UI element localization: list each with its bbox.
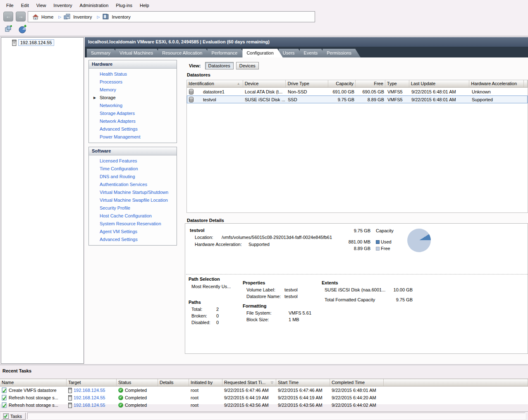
inventory-icon: [64, 14, 71, 20]
host-title: localhost.localdomain VMware ESXi, 6.0.0…: [88, 39, 270, 44]
menu-bar: File Edit View Inventory Administration …: [0, 0, 528, 10]
software-item-licensed-features[interactable]: Licensed Features: [89, 157, 177, 165]
column-header-type[interactable]: Type: [385, 80, 409, 87]
back-arrow-icon: ←: [6, 13, 11, 19]
add-host-icon[interactable]: [4, 25, 13, 34]
tab-permissions[interactable]: Permissions: [323, 49, 361, 57]
free-label: Free: [381, 246, 390, 251]
task-target-link[interactable]: 192.168.124.55: [74, 403, 105, 408]
used-legend-swatch: [376, 240, 380, 244]
recent-tasks-title: Recent Tasks: [2, 368, 31, 373]
breadcrumb-home[interactable]: Home: [41, 14, 56, 19]
back-button[interactable]: ←: [3, 12, 13, 21]
breadcrumb-inventory-1[interactable]: Inventory: [73, 14, 94, 19]
task-row-refresh-storage-1[interactable]: Refresh host storage s... 192.168.124.55…: [0, 394, 528, 401]
tab-resource-allocation[interactable]: Resource Allocation: [158, 49, 211, 57]
software-item-security-profile[interactable]: Security Profile: [89, 204, 177, 212]
menu-edit[interactable]: Edit: [17, 2, 33, 9]
software-item-system-resource-reservation[interactable]: System Resource Reservation: [89, 220, 177, 228]
hardware-item-power-management[interactable]: Power Management: [89, 133, 177, 141]
column-header-name[interactable]: Name: [0, 379, 67, 386]
tab-summary[interactable]: Summary: [87, 49, 119, 57]
hardware-item-memory[interactable]: Memory: [89, 86, 177, 94]
tasks-button[interactable]: Tasks: [1, 413, 26, 420]
hardware-item-networking[interactable]: Networking: [89, 102, 177, 110]
forward-arrow-icon: →: [18, 13, 24, 19]
datastore-row-datastore1[interactable]: datastore1 Local ATA Disk (t... Non-SSD …: [187, 88, 528, 95]
tab-virtual-machines[interactable]: Virtual Machines: [115, 49, 162, 57]
inventory-tree: 192.168.124.55: [1, 37, 84, 364]
extent-device-value: 10.00 GB: [375, 287, 413, 292]
tasks-icon: [3, 413, 9, 419]
menu-administration[interactable]: Administration: [76, 2, 112, 9]
hardware-item-advanced-settings[interactable]: Advanced Settings: [89, 125, 177, 133]
capacity-label: Capacity: [376, 228, 394, 233]
tree-host-item[interactable]: 192.168.124.55: [12, 39, 54, 46]
menu-help[interactable]: Help: [136, 2, 153, 9]
datastores-table: Identification▲ Device Drive Type Capaci…: [186, 80, 528, 213]
column-header-free[interactable]: Free: [356, 80, 385, 87]
menu-plugins[interactable]: Plug-ins: [112, 2, 136, 9]
menu-file[interactable]: File: [2, 2, 17, 9]
chevron-right-icon: ▷: [97, 15, 100, 19]
software-panel: Software Licensed Features Time Configur…: [88, 147, 177, 246]
task-target-link[interactable]: 192.168.124.55: [74, 388, 105, 393]
menu-inventory[interactable]: Inventory: [50, 2, 76, 9]
forward-button[interactable]: →: [16, 12, 26, 21]
task-icon: [2, 395, 7, 401]
completed-status-icon: ✓: [118, 403, 123, 408]
column-header-capacity[interactable]: Capacity: [328, 80, 356, 87]
task-row-create-vmfs[interactable]: Create VMFS datastore 192.168.124.55 ✓Co…: [0, 387, 528, 394]
menu-view[interactable]: View: [33, 2, 50, 9]
volume-label-value: testvol: [284, 287, 298, 292]
view-devices-button[interactable]: Devices: [236, 62, 259, 69]
software-item-dns-routing[interactable]: DNS and Routing: [89, 173, 177, 181]
task-row-refresh-storage-2[interactable]: Refresh host storage s... 192.168.124.55…: [0, 401, 528, 409]
hardware-item-processors[interactable]: Processors: [89, 78, 177, 86]
column-header-start-time[interactable]: Start Time: [276, 379, 330, 386]
software-item-agent-vm-settings[interactable]: Agent VM Settings: [89, 228, 177, 236]
detail-datastore-name: testvol: [190, 228, 204, 233]
status-bar: Tasks: [0, 411, 528, 420]
paths-broken-label: Broken:: [191, 313, 207, 318]
host-icon: [68, 395, 72, 401]
tab-performance[interactable]: Performance: [207, 49, 246, 57]
datastores-section-title: Datastores: [187, 72, 210, 77]
hardware-item-health-status[interactable]: Health Status: [89, 70, 177, 78]
column-header-status[interactable]: Status: [117, 379, 158, 386]
column-header-device[interactable]: Device: [243, 80, 286, 87]
view-datastores-button[interactable]: Datastores: [205, 62, 234, 69]
software-item-authentication-services[interactable]: Authentication Services: [89, 181, 177, 189]
host-icon: [68, 388, 72, 393]
task-icon: [2, 402, 7, 408]
datastores-table-header: Identification▲ Device Drive Type Capaci…: [187, 80, 528, 88]
hardware-item-storage[interactable]: ▶Storage: [89, 94, 177, 102]
column-header-drive-type[interactable]: Drive Type: [286, 80, 328, 87]
software-item-vm-swapfile-location[interactable]: Virtual Machine Swapfile Location: [89, 196, 177, 204]
new-datastore-icon[interactable]: [18, 25, 27, 34]
hardware-item-storage-adapters[interactable]: Storage Adapters: [89, 110, 177, 117]
software-item-host-cache-configuration[interactable]: Host Cache Configuration: [89, 212, 177, 220]
datastore-row-testvol[interactable]: testvol SUSE iSCSI Disk ... SSD 9.75 GB …: [187, 95, 528, 103]
recent-tasks-header: Name Target Status Details Initiated by …: [0, 379, 528, 387]
breadcrumb-inventory-2[interactable]: Inventory: [112, 14, 133, 19]
file-system-value: VMFS 5.61: [289, 310, 311, 315]
column-header-target[interactable]: Target: [67, 379, 117, 386]
column-header-requested-start-time[interactable]: Requested Start Ti...▽: [222, 379, 276, 386]
software-item-advanced-settings[interactable]: Advanced Settings: [89, 236, 177, 243]
path-selection-value: Most Recently Us...: [191, 284, 231, 289]
column-header-hardware-acceleration[interactable]: Hardware Acceleration: [469, 80, 524, 87]
task-target-link[interactable]: 192.168.124.55: [74, 395, 105, 400]
software-item-time-configuration[interactable]: Time Configuration: [89, 165, 177, 173]
volume-label-label: Volume Label:: [246, 287, 275, 292]
tab-configuration[interactable]: Configuration: [242, 49, 282, 57]
free-legend-swatch: [376, 247, 380, 251]
column-header-last-update[interactable]: Last Update: [409, 80, 470, 87]
hardware-item-network-adapters[interactable]: Network Adapters: [89, 117, 177, 125]
column-header-completed-time[interactable]: Completed Time: [330, 379, 384, 386]
software-item-vm-startup-shutdown[interactable]: Virtual Machine Startup/Shutdown: [89, 189, 177, 196]
paths-total-value: 2: [216, 307, 219, 312]
column-header-identification[interactable]: Identification▲: [187, 80, 243, 87]
column-header-initiated-by[interactable]: Initiated by: [189, 379, 222, 386]
column-header-details[interactable]: Details: [158, 379, 189, 386]
